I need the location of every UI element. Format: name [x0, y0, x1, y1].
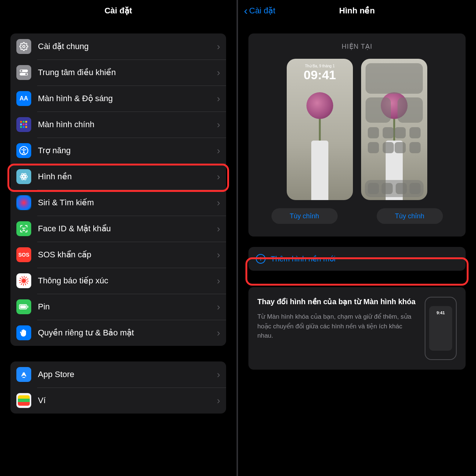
- gear-icon: [16, 39, 31, 54]
- row-wallet[interactable]: Ví ›: [10, 387, 226, 414]
- row-label: Pin: [38, 302, 217, 312]
- app-icon: [409, 183, 421, 194]
- sos-icon: SOS: [16, 247, 31, 262]
- row-battery[interactable]: Pin ›: [10, 294, 226, 320]
- page-title: Cài đặt: [104, 6, 132, 16]
- customize-row: Tùy chỉnh Tùy chỉnh: [256, 208, 458, 224]
- app-icon: [395, 127, 406, 138]
- row-home-screen[interactable]: Màn hình chính ›: [10, 112, 226, 138]
- chevron-right-icon: ›: [217, 249, 220, 261]
- tip-body: Từ Màn hình khóa của bạn, chạm và giữ để…: [257, 312, 417, 341]
- settings-group-1: Cài đặt chung › Trung tâm điều khiển › A…: [10, 33, 226, 346]
- plus-circle-icon: +: [256, 254, 266, 264]
- row-appstore[interactable]: App Store ›: [10, 361, 226, 387]
- siri-icon: [16, 195, 31, 210]
- row-wallpaper[interactable]: Hình nền ›: [10, 164, 226, 190]
- right-header: ‹ Cài đặt Hình nền: [238, 0, 476, 22]
- lock-time: 09:41: [287, 68, 353, 82]
- row-control-center[interactable]: Trung tâm điều khiển ›: [10, 60, 226, 86]
- display-icon: AA: [16, 91, 31, 106]
- row-label: Thông báo tiếp xúc: [38, 276, 217, 286]
- svg-point-0: [23, 45, 25, 48]
- current-wallpaper-card: HIỆN TẠI Thứ Ba, 9 tháng 1 09:41: [248, 33, 466, 237]
- left-header: Cài đặt: [0, 0, 237, 22]
- homescreen-preview[interactable]: [361, 59, 427, 200]
- chevron-right-icon: ›: [217, 197, 220, 209]
- chevron-right-icon: ›: [217, 223, 220, 235]
- chevron-right-icon: ›: [217, 171, 220, 183]
- flower-graphic: [306, 92, 333, 119]
- row-label: Cài đặt chung: [38, 42, 217, 51]
- faceid-icon: [16, 221, 31, 236]
- add-wallpaper-button[interactable]: + Thêm hình nền mới: [248, 247, 466, 271]
- settings-list-pane: Cài đặt Cài đặt chung › Trung tâm điều k…: [0, 0, 238, 476]
- back-label: Cài đặt: [249, 6, 275, 16]
- svg-point-15: [23, 148, 25, 149]
- row-general[interactable]: Cài đặt chung ›: [10, 33, 226, 60]
- svg-rect-6: [23, 121, 25, 123]
- app-icon: [395, 142, 406, 153]
- svg-rect-13: [25, 126, 27, 128]
- tip-text: Thay đổi hình nền của bạn từ Màn hình kh…: [257, 297, 417, 341]
- row-label: Ví: [38, 396, 217, 405]
- customize-homescreen-button[interactable]: Tùy chỉnh: [377, 208, 443, 224]
- row-label: Màn hình chính: [38, 120, 217, 129]
- app-icon: [396, 183, 407, 194]
- app-icon: [383, 127, 394, 138]
- chevron-right-icon: ›: [217, 395, 220, 406]
- chevron-right-icon: ›: [217, 327, 220, 339]
- chevron-right-icon: ›: [217, 41, 220, 52]
- app-icon: [368, 127, 379, 138]
- row-label: Màn hình & Độ sáng: [38, 94, 217, 103]
- chevron-right-icon: ›: [217, 145, 220, 157]
- chevron-right-icon: ›: [217, 275, 220, 287]
- chevron-right-icon: ›: [217, 119, 220, 131]
- row-exposure[interactable]: Thông báo tiếp xúc ›: [10, 268, 226, 294]
- row-label: Quyền riêng tư & Bảo mật: [38, 328, 217, 338]
- add-label: Thêm hình nền mới: [271, 254, 335, 263]
- row-label: Siri & Tìm kiếm: [38, 198, 217, 208]
- lockscreen-preview[interactable]: Thứ Ba, 9 tháng 1 09:41: [287, 59, 353, 200]
- row-label: Hình nền: [38, 172, 217, 181]
- row-accessibility[interactable]: Trợ năng ›: [10, 138, 226, 164]
- app-icon: [383, 142, 394, 153]
- svg-rect-11: [20, 126, 22, 128]
- app-icon: [409, 127, 421, 138]
- wallpaper-pane: ‹ Cài đặt Hình nền HIỆN TẠI Thứ Ba, 9 th…: [238, 0, 476, 476]
- back-button[interactable]: ‹ Cài đặt: [244, 5, 275, 16]
- chevron-right-icon: ›: [217, 93, 220, 104]
- current-header: HIỆN TẠI: [256, 42, 458, 51]
- row-privacy[interactable]: Quyền riêng tư & Bảo mật ›: [10, 320, 226, 346]
- dock: [365, 180, 424, 197]
- row-sos[interactable]: SOS SOS khẩn cấp ›: [10, 242, 226, 268]
- row-display[interactable]: AA Màn hình & Độ sáng ›: [10, 86, 226, 112]
- svg-rect-5: [20, 121, 22, 123]
- row-siri[interactable]: Siri & Tìm kiếm ›: [10, 190, 226, 216]
- tip-phone-illustration: 9:41: [425, 297, 457, 360]
- home-overlay: [361, 59, 427, 200]
- widget-small: [366, 97, 391, 123]
- row-label: SOS khẩn cấp: [38, 250, 217, 260]
- app-icon: [368, 183, 379, 194]
- chevron-left-icon: ‹: [244, 5, 248, 16]
- row-faceid[interactable]: Face ID & Mật khẩu ›: [10, 216, 226, 242]
- chevron-right-icon: ›: [217, 369, 220, 380]
- wallpaper-previews: Thứ Ba, 9 tháng 1 09:41: [256, 59, 458, 200]
- svg-point-4: [25, 73, 27, 75]
- chevron-right-icon: ›: [217, 67, 220, 78]
- tip-card: Thay đổi hình nền của bạn từ Màn hình kh…: [248, 287, 466, 370]
- customize-lockscreen-button[interactable]: Tùy chỉnh: [271, 208, 338, 224]
- svg-rect-9: [23, 123, 25, 125]
- row-label: Trung tâm điều khiển: [38, 68, 217, 77]
- appstore-icon: [16, 367, 31, 382]
- hand-icon: [16, 325, 31, 340]
- svg-rect-22: [20, 305, 26, 308]
- widget-small: [398, 97, 423, 123]
- settings-group-2: App Store › Ví ›: [10, 361, 226, 414]
- exposure-icon: [16, 273, 31, 288]
- app-icon: [409, 142, 421, 153]
- svg-rect-12: [23, 126, 25, 128]
- tip-phone-inner: 9:41: [429, 306, 452, 351]
- tip-title: Thay đổi hình nền của bạn từ Màn hình kh…: [257, 297, 417, 307]
- row-label: App Store: [38, 370, 217, 379]
